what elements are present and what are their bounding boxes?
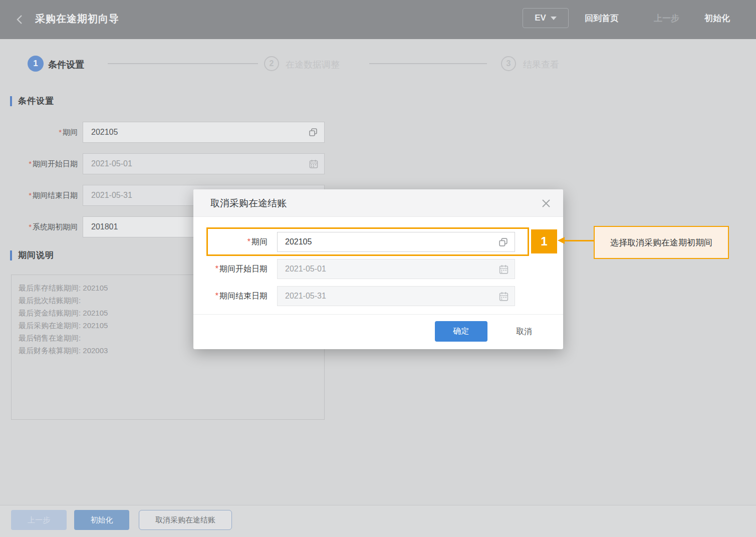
step-circle-3: 3 (501, 56, 516, 71)
annotation-badge: 1 (531, 229, 557, 253)
dialog-start-date-input: 2021-05-01 (277, 259, 515, 279)
confirm-button[interactable]: 确定 (435, 321, 487, 342)
annotation-arrow-line (564, 240, 594, 241)
start-date-input: 2021-05-01 (83, 153, 325, 174)
chevron-left-icon (14, 14, 26, 26)
step-label-3: 结果查看 (523, 59, 559, 71)
required-marker: * (215, 264, 218, 273)
annotation-callout: 选择取消采购在途期初期间 (594, 226, 729, 259)
footer-prev-button[interactable]: 上一步 (11, 510, 67, 530)
cancel-closing-dialog: 取消采购在途结账 *期间 202105 *期间开始日期 2021-05-01 (193, 189, 563, 349)
home-button[interactable]: 回到首页 (585, 13, 619, 24)
step-connector (108, 63, 258, 64)
calendar-icon (498, 264, 509, 277)
period-info-section-title: 期间说明 (18, 249, 54, 261)
condition-section-header: 条件设置 (10, 95, 54, 107)
calendar-icon (309, 159, 319, 171)
period-label: *期间 (0, 122, 78, 143)
dialog-start-date-value: 2021-05-01 (285, 264, 326, 274)
period-value: 202105 (91, 128, 118, 137)
required-marker: * (59, 128, 62, 136)
step-label-1: 条件设置 (48, 59, 84, 71)
dialog-period-input[interactable]: 202105 (277, 232, 515, 252)
period-input[interactable]: 202105 (83, 122, 325, 143)
browse-icon[interactable] (498, 237, 509, 250)
dialog-header: 取消采购在途结账 (193, 189, 563, 217)
close-icon (540, 197, 552, 209)
period-info-section-header: 期间说明 (10, 249, 54, 261)
back-button[interactable] (14, 14, 26, 26)
required-marker: * (29, 159, 32, 168)
section-accent-bar (10, 250, 12, 260)
required-marker: * (29, 222, 32, 231)
annotation-arrow-left-icon (558, 237, 565, 244)
env-selector-label: EV (535, 13, 546, 23)
dialog-end-date-label: *期间结束日期 (203, 286, 268, 306)
dialog-title: 取消采购在途结账 (210, 189, 287, 217)
dialog-end-date-value: 2021-05-31 (285, 292, 326, 301)
step-label-2: 在途数据调整 (286, 59, 340, 71)
end-date-label: *期间结束日期 (0, 185, 78, 206)
env-selector[interactable]: EV (523, 8, 569, 28)
dialog-footer-divider (193, 314, 563, 315)
app-screen: 采购在途期初向导 EV 回到首页 上一步 初始化 1 条件设置 2 在途数据调整… (0, 0, 756, 537)
step-connector (369, 63, 487, 64)
system-initial-period-label: *系统期初期间 (0, 216, 78, 237)
top-bar: 采购在途期初向导 EV 回到首页 上一步 初始化 (0, 0, 756, 39)
footer-cancel-closing-button[interactable]: 取消采购在途结账 (139, 510, 232, 530)
step-circle-1: 1 (28, 56, 44, 72)
dialog-period-label: *期间 (203, 232, 268, 252)
dialog-period-value: 202105 (285, 237, 312, 246)
required-marker: * (247, 237, 250, 246)
system-initial-period-value: 201801 (91, 222, 118, 231)
close-button[interactable] (540, 197, 552, 209)
start-date-value: 2021-05-01 (91, 159, 132, 168)
caret-down-icon (551, 17, 557, 20)
step-circle-2: 2 (264, 56, 279, 71)
required-marker: * (215, 292, 218, 300)
end-date-value: 2021-05-31 (91, 191, 132, 200)
start-date-label: *期间开始日期 (0, 153, 78, 174)
required-marker: * (29, 191, 32, 199)
footer-initialize-button[interactable]: 初始化 (74, 510, 129, 530)
calendar-icon (498, 291, 509, 304)
dialog-end-date-input: 2021-05-31 (277, 286, 515, 306)
initialize-button[interactable]: 初始化 (704, 13, 730, 24)
prev-step-button[interactable]: 上一步 (654, 13, 679, 24)
browse-icon[interactable] (308, 127, 319, 140)
page-title: 采购在途期初向导 (35, 12, 119, 26)
cancel-button[interactable]: 取消 (499, 321, 549, 342)
condition-section-title: 条件设置 (18, 95, 54, 107)
section-accent-bar (10, 96, 12, 106)
dialog-start-date-label: *期间开始日期 (203, 259, 268, 279)
